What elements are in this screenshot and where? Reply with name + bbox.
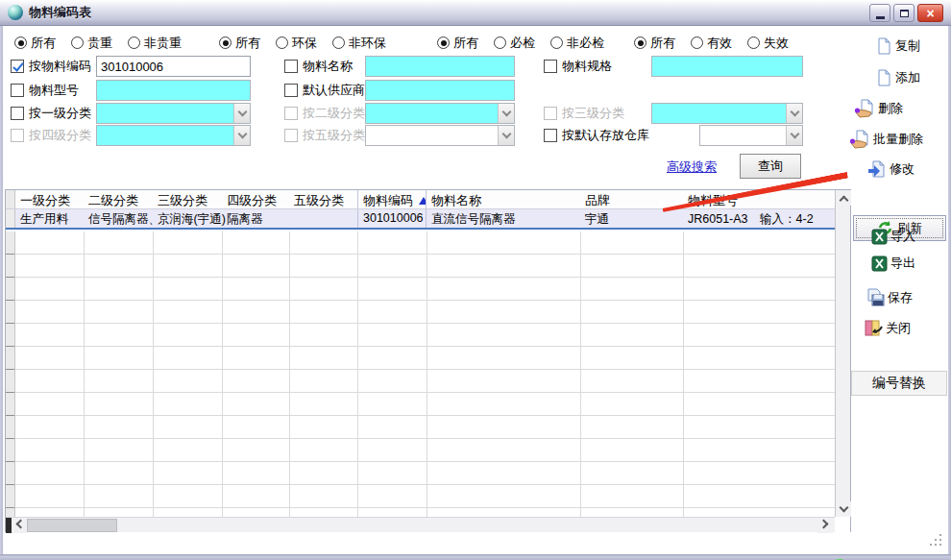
radio-non-precious[interactable]: 非贵重 xyxy=(128,35,182,52)
col-header-brand[interactable]: 品牌 xyxy=(580,190,683,208)
query-button[interactable]: 查询 xyxy=(740,154,801,179)
category-1-combo[interactable] xyxy=(96,103,251,124)
scroll-left-button[interactable] xyxy=(12,518,27,533)
cell-category3[interactable]: 京润海(宇通) xyxy=(153,209,222,228)
close-form-button[interactable]: 关闭 xyxy=(864,319,911,337)
default-warehouse-combo[interactable] xyxy=(699,125,803,146)
cell-category5[interactable] xyxy=(289,209,357,228)
radio-no-inspect[interactable]: 非必检 xyxy=(550,35,604,52)
dropdown-button[interactable] xyxy=(786,126,802,145)
scroll-up-button[interactable] xyxy=(836,190,851,206)
dropdown-button[interactable] xyxy=(233,104,250,123)
checkbox-icon[interactable] xyxy=(284,129,298,142)
resize-grip[interactable] xyxy=(928,534,941,546)
category-3-combo[interactable] xyxy=(651,103,803,124)
chevron-down-icon xyxy=(237,108,247,117)
col-header-category1[interactable]: 一级分类 xyxy=(15,190,84,208)
col-header-category5[interactable]: 五级分类 xyxy=(289,190,357,208)
save-button[interactable]: 保存 xyxy=(866,288,913,306)
number-replace-button[interactable]: 编号替换 xyxy=(851,371,947,396)
checkbox-icon[interactable] xyxy=(11,129,24,142)
category-5-combo[interactable] xyxy=(365,125,515,146)
checkbox-icon[interactable] xyxy=(11,84,24,97)
material-spec-input[interactable] xyxy=(651,56,803,77)
radio-precious-all[interactable]: 所有 xyxy=(14,35,56,52)
checkbox-icon[interactable] xyxy=(11,60,24,73)
vertical-scrollbar[interactable] xyxy=(835,190,850,517)
filter-by-default-warehouse[interactable]: 按默认存放仓库 xyxy=(544,128,649,143)
checkbox-icon[interactable] xyxy=(544,60,557,73)
minimize-button[interactable] xyxy=(869,4,890,22)
filter-by-category-2[interactable]: 按二级分类 xyxy=(284,106,365,121)
maximize-icon xyxy=(900,10,909,17)
checkbox-icon[interactable] xyxy=(544,107,557,120)
cell-material-name[interactable]: 直流信号隔离器 xyxy=(427,209,580,228)
horizontal-scroll-thumb[interactable] xyxy=(27,519,117,532)
checkbox-icon[interactable] xyxy=(11,107,24,120)
dropdown-button[interactable] xyxy=(786,104,802,123)
row-indicator-header xyxy=(6,190,15,208)
cell-category4[interactable]: 隔离器 xyxy=(222,209,289,228)
material-name-input[interactable] xyxy=(365,56,515,77)
delete-button[interactable]: 删除 xyxy=(854,99,903,118)
filter-by-material-model[interactable]: 物料型号 xyxy=(11,83,79,98)
add-button[interactable]: 添加 xyxy=(875,69,920,86)
filter-by-category-3[interactable]: 按三级分类 xyxy=(544,106,624,121)
chevron-down-icon xyxy=(501,108,511,117)
table-row-selected[interactable]: 生产用料 信号隔离器、 京润海(宇通) 隔离器 301010006 直流信号隔离… xyxy=(6,209,835,230)
batch-delete-button[interactable]: 批量删除 xyxy=(849,130,923,149)
dropdown-button[interactable] xyxy=(498,104,514,123)
minimize-icon xyxy=(876,16,885,19)
close-button[interactable]: × xyxy=(917,4,943,22)
horizontal-scrollbar[interactable] xyxy=(6,517,835,532)
cell-category2[interactable]: 信号隔离器、 xyxy=(84,209,153,228)
title-bar[interactable]: 物料编码表 × xyxy=(0,0,951,26)
radio-icon xyxy=(747,37,760,49)
material-code-input[interactable] xyxy=(96,56,251,77)
filter-by-material-code[interactable]: 按物料编码 xyxy=(11,59,91,74)
filter-by-material-name[interactable]: 物料名称 xyxy=(284,59,353,74)
radio-inspect-all[interactable]: 所有 xyxy=(437,35,478,52)
radio-precious[interactable]: 贵重 xyxy=(71,35,112,52)
filter-by-category-1[interactable]: 按一级分类 xyxy=(11,106,91,121)
col-header-material-code[interactable]: 物料编码 xyxy=(357,190,427,208)
radio-env[interactable]: 环保 xyxy=(276,35,317,52)
scroll-right-button[interactable] xyxy=(817,518,833,533)
category-2-combo[interactable] xyxy=(365,103,515,124)
cell-category1[interactable]: 生产用料 xyxy=(15,209,84,228)
cell-material-code[interactable]: 301010006 xyxy=(357,209,427,228)
export-button[interactable]: 导出 xyxy=(871,255,915,272)
radio-non-env[interactable]: 非环保 xyxy=(332,35,386,52)
category-4-combo[interactable] xyxy=(96,125,251,146)
material-model-input[interactable] xyxy=(96,80,251,101)
checkbox-icon[interactable] xyxy=(284,60,298,73)
default-supplier-input[interactable] xyxy=(365,80,515,101)
col-header-material-name[interactable]: 物料名称 xyxy=(427,190,580,208)
checkbox-icon[interactable] xyxy=(284,84,298,97)
checkbox-icon[interactable] xyxy=(284,107,298,120)
cell-material-model[interactable]: JR6051-A3 输入：4-2 xyxy=(683,209,835,228)
radio-valid-all[interactable]: 所有 xyxy=(634,35,675,52)
filter-by-default-supplier[interactable]: 默认供应商 xyxy=(284,83,365,98)
copy-button[interactable]: 复制 xyxy=(875,37,920,55)
import-button[interactable]: 导入 xyxy=(871,228,915,245)
cell-brand[interactable]: 宇通 xyxy=(580,209,683,228)
scroll-down-button[interactable] xyxy=(836,501,851,517)
col-header-category2[interactable]: 二级分类 xyxy=(84,190,153,208)
dropdown-button[interactable] xyxy=(233,126,250,145)
dropdown-button[interactable] xyxy=(498,126,514,145)
radio-invalid[interactable]: 失效 xyxy=(747,35,789,52)
col-header-category4[interactable]: 四级分类 xyxy=(222,190,289,208)
advanced-search-link[interactable]: 高级搜索 xyxy=(667,158,717,176)
maximize-button[interactable] xyxy=(893,4,914,22)
radio-valid[interactable]: 有效 xyxy=(691,35,732,52)
col-header-category3[interactable]: 三级分类 xyxy=(153,190,222,208)
checkbox-icon[interactable] xyxy=(544,129,557,142)
modify-button[interactable]: 修改 xyxy=(867,160,914,178)
filter-by-category-5[interactable]: 按五级分类 xyxy=(284,128,365,143)
app-icon xyxy=(8,5,23,20)
radio-must-inspect[interactable]: 必检 xyxy=(494,35,535,52)
filter-by-category-4[interactable]: 按四级分类 xyxy=(11,128,91,143)
radio-env-all[interactable]: 所有 xyxy=(219,35,260,52)
filter-by-material-spec[interactable]: 物料规格 xyxy=(544,59,612,74)
